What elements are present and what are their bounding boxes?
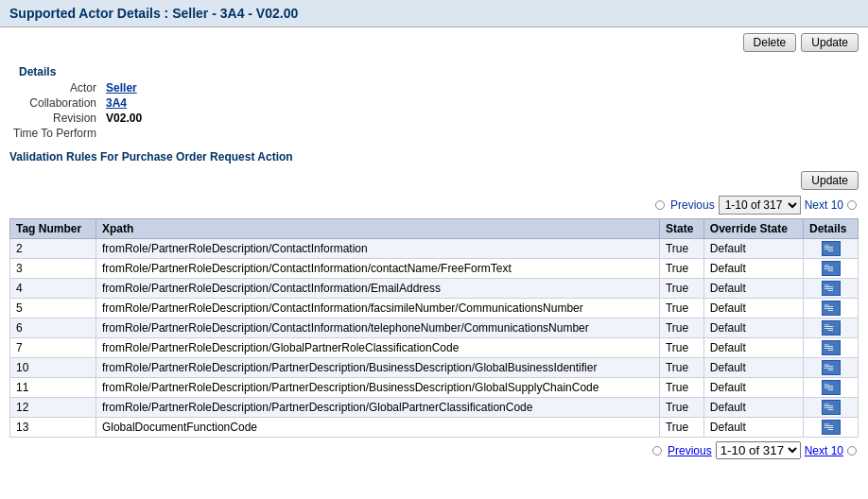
revision-label: Revision [9,111,102,126]
cell-tag: 12 [10,398,96,418]
time-to-perform-label: Time To Perform [9,126,102,141]
cell-tag: 10 [10,358,96,378]
table-row: 6fromRole/PartnerRoleDescription/Contact… [10,318,859,338]
cell-state: True [659,398,703,418]
details-table: Actor Seller Collaboration 3A4 Revision … [9,80,146,141]
cell-state: True [659,318,703,338]
details-icon[interactable]: ≡ [822,400,841,415]
cell-details: ≡ [804,338,859,358]
actor-value: Seller [102,80,146,95]
table-row: 5fromRole/PartnerRoleDescription/Contact… [10,299,859,318]
pagination-select-top[interactable]: 1-10 of 317 [719,196,801,215]
cell-xpath: fromRole/PartnerRoleDescription/PartnerD… [95,378,659,398]
table-header: Tag Number Xpath State Override State De… [10,219,859,239]
cell-details: ≡ [804,279,859,299]
cell-details: ≡ [804,358,859,378]
cell-details: ≡ [804,418,859,438]
next-circle-icon [847,200,857,210]
cell-tag: 13 [10,418,96,438]
table-row: 3fromRole/PartnerRoleDescription/Contact… [10,259,859,279]
previous-link-top[interactable]: Previous [670,198,715,212]
data-table: Tag Number Xpath State Override State De… [9,218,859,438]
cell-xpath: GlobalDocumentFunctionCode [95,418,659,438]
cell-override: Default [703,358,803,378]
col-xpath: Xpath [95,219,659,239]
cell-xpath: fromRole/PartnerRoleDescription/ContactI… [95,279,659,299]
collaboration-value: 3A4 [102,95,146,111]
col-override-state: Override State [703,219,803,239]
cell-tag: 3 [10,259,96,279]
actor-label: Actor [9,80,102,95]
cell-details: ≡ [804,378,859,398]
cell-override: Default [703,318,803,338]
actor-link[interactable]: Seller [106,81,137,95]
details-icon[interactable]: ≡ [822,261,841,276]
table-row: 2fromRole/PartnerRoleDescription/Contact… [10,239,859,259]
collaboration-label: Collaboration [9,95,102,111]
details-icon[interactable]: ≡ [822,360,841,375]
collaboration-link[interactable]: 3A4 [106,96,127,110]
col-state: State [659,219,703,239]
time-to-perform-value [102,126,146,141]
details-icon[interactable]: ≡ [822,380,841,395]
cell-tag: 11 [10,378,96,398]
details-icon[interactable]: ≡ [822,320,841,336]
details-icon[interactable]: ≡ [822,340,841,355]
next-circle-icon-bottom [847,446,857,456]
validation-section: Validation Rules For Purchase Order Requ… [0,150,868,461]
cell-xpath: fromRole/PartnerRoleDescription/ContactI… [95,259,659,279]
details-icon[interactable]: ≡ [822,420,841,435]
table-row: 11fromRole/PartnerRoleDescription/Partne… [10,378,859,398]
cell-xpath: fromRole/PartnerRoleDescription/ContactI… [95,239,659,259]
page-title: Supported Actor Details : Seller - 3A4 -… [0,0,868,27]
cell-state: True [659,299,703,318]
update-button-validation[interactable]: Update [801,171,859,190]
prev-circle-icon-bottom [652,446,662,456]
details-section-title: Details [9,61,859,80]
details-icon[interactable]: ≡ [822,241,841,256]
cell-xpath: fromRole/PartnerRoleDescription/PartnerD… [95,358,659,378]
cell-xpath: fromRole/PartnerRoleDescription/PartnerD… [95,398,659,418]
table-row: 10fromRole/PartnerRoleDescription/Partne… [10,358,859,378]
details-icon[interactable]: ≡ [822,301,841,316]
cell-override: Default [703,239,803,259]
cell-details: ≡ [804,299,859,318]
previous-link-bottom[interactable]: Previous [668,444,712,457]
delete-button[interactable]: Delete [743,33,797,52]
cell-details: ≡ [804,259,859,279]
cell-xpath: fromRole/PartnerRoleDescription/ContactI… [95,299,659,318]
validation-section-title: Validation Rules For Purchase Order Requ… [9,150,859,169]
cell-override: Default [703,259,803,279]
cell-override: Default [703,398,803,418]
table-row: 7fromRole/PartnerRoleDescription/GlobalP… [10,338,859,358]
table-row: 12fromRole/PartnerRoleDescription/Partne… [10,398,859,418]
cell-override: Default [703,338,803,358]
update-bar: Update [9,169,859,194]
cell-override: Default [703,279,803,299]
cell-state: True [659,338,703,358]
bottom-pagination: Previous 1-10 of 317 Next 10 [9,438,859,461]
cell-state: True [659,418,703,438]
cell-state: True [659,239,703,259]
cell-details: ≡ [804,398,859,418]
pagination-select-bottom[interactable]: 1-10 of 317 [716,441,801,459]
next-link-bottom[interactable]: Next 10 [805,444,843,457]
cell-xpath: fromRole/PartnerRoleDescription/ContactI… [95,318,659,338]
update-button-top[interactable]: Update [801,33,859,52]
top-button-bar: Delete Update [0,27,868,58]
cell-state: True [659,279,703,299]
cell-tag: 5 [10,299,96,318]
cell-xpath: fromRole/PartnerRoleDescription/GlobalPa… [95,338,659,358]
col-tag-number: Tag Number [10,219,96,239]
next-link-top[interactable]: Next 10 [805,198,843,212]
top-pagination: Previous 1-10 of 317 Next 10 [9,194,859,216]
cell-tag: 2 [10,239,96,259]
cell-override: Default [703,418,803,438]
details-icon[interactable]: ≡ [822,281,841,296]
cell-state: True [659,259,703,279]
cell-override: Default [703,378,803,398]
table-body: 2fromRole/PartnerRoleDescription/Contact… [10,239,859,438]
table-row: 13GlobalDocumentFunctionCodeTrueDefault≡ [10,418,859,438]
revision-value: V02.00 [102,111,146,126]
table-row: 4fromRole/PartnerRoleDescription/Contact… [10,279,859,299]
